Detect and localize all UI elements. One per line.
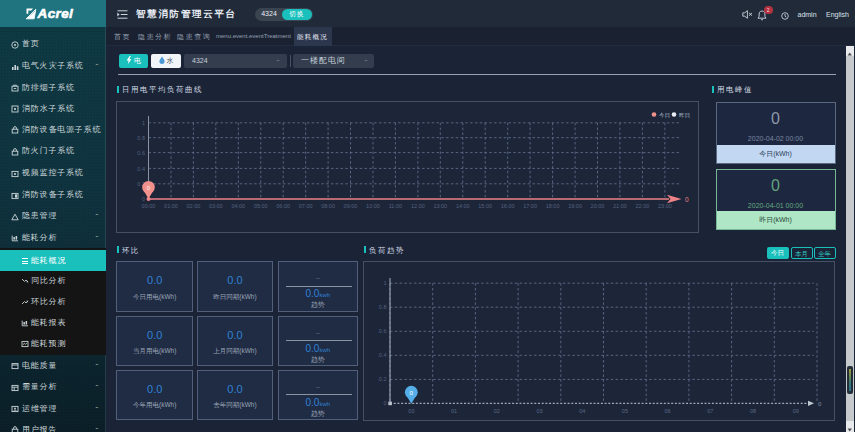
svg-text:16:00: 16:00 bbox=[500, 203, 514, 209]
svg-text:15:00: 15:00 bbox=[478, 203, 492, 209]
svg-text:07: 07 bbox=[707, 408, 713, 414]
svg-text:09: 09 bbox=[793, 408, 799, 414]
svg-text:22:00: 22:00 bbox=[635, 203, 649, 209]
svg-text:11:00: 11:00 bbox=[388, 203, 401, 209]
svg-text:0.8: 0.8 bbox=[137, 135, 145, 141]
svg-text:昨日: 昨日 bbox=[679, 112, 690, 119]
svg-text:0: 0 bbox=[818, 401, 822, 407]
svg-text:01:00: 01:00 bbox=[164, 203, 178, 209]
svg-text:17:00: 17:00 bbox=[523, 203, 537, 209]
svg-text:1: 1 bbox=[141, 120, 144, 126]
svg-text:09:00: 09:00 bbox=[343, 203, 357, 209]
svg-text:05: 05 bbox=[622, 408, 628, 414]
svg-text:0.4: 0.4 bbox=[137, 166, 145, 172]
svg-text:00: 00 bbox=[408, 408, 414, 414]
svg-text:0.8: 0.8 bbox=[379, 304, 387, 310]
svg-text:06:00: 06:00 bbox=[276, 203, 290, 209]
svg-text:04: 04 bbox=[579, 408, 585, 414]
svg-text:02:00: 02:00 bbox=[186, 203, 200, 209]
svg-text:06: 06 bbox=[665, 408, 671, 414]
svg-text:0.2: 0.2 bbox=[379, 376, 387, 382]
svg-text:Acrel: Acrel bbox=[37, 6, 74, 21]
svg-text:0: 0 bbox=[685, 196, 689, 203]
svg-text:05:00: 05:00 bbox=[253, 203, 267, 209]
svg-text:23:00: 23:00 bbox=[658, 203, 672, 209]
svg-text:21:00: 21:00 bbox=[613, 203, 627, 209]
svg-text:04:00: 04:00 bbox=[231, 203, 245, 209]
svg-text:0: 0 bbox=[410, 389, 414, 396]
svg-text:19:00: 19:00 bbox=[568, 203, 582, 209]
svg-text:13:00: 13:00 bbox=[433, 203, 447, 209]
svg-text:0: 0 bbox=[383, 400, 386, 406]
svg-text:14:00: 14:00 bbox=[455, 203, 469, 209]
svg-text:20:00: 20:00 bbox=[590, 203, 604, 209]
svg-text:03:00: 03:00 bbox=[208, 203, 222, 209]
svg-text:02: 02 bbox=[494, 408, 500, 414]
svg-text:12:00: 12:00 bbox=[411, 203, 425, 209]
svg-text:08: 08 bbox=[750, 408, 756, 414]
svg-text:1: 1 bbox=[383, 280, 386, 286]
svg-text:07:00: 07:00 bbox=[298, 203, 312, 209]
svg-text:18:00: 18:00 bbox=[545, 203, 559, 209]
svg-text:0: 0 bbox=[141, 196, 144, 202]
svg-text:10:00: 10:00 bbox=[366, 203, 380, 209]
svg-text:00:00: 00:00 bbox=[141, 203, 155, 209]
svg-text:0.4: 0.4 bbox=[379, 352, 387, 358]
svg-text:0.6: 0.6 bbox=[379, 328, 387, 334]
svg-text:03: 03 bbox=[536, 408, 542, 414]
svg-text:01: 01 bbox=[451, 408, 457, 414]
svg-text:08:00: 08:00 bbox=[321, 203, 335, 209]
svg-text:0.6: 0.6 bbox=[137, 150, 145, 156]
svg-text:今日: 今日 bbox=[659, 112, 670, 119]
